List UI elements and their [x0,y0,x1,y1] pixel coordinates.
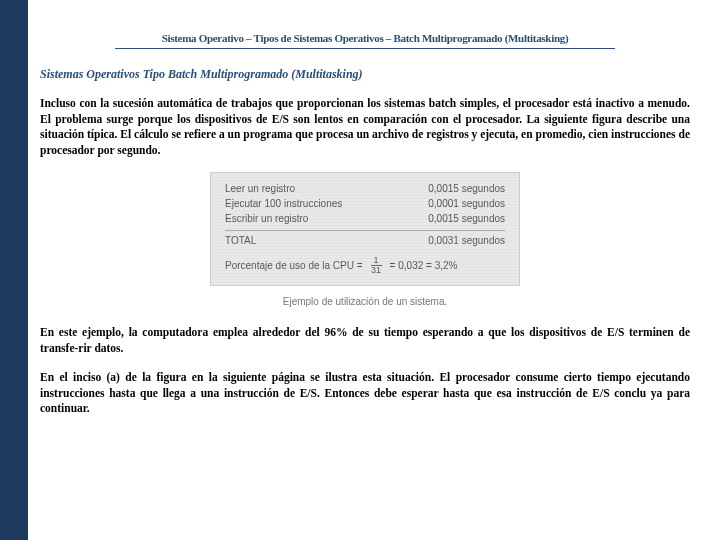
figure-fraction: 1 31 [371,256,382,275]
figure-percentage-row: Porcentaje de uso de la CPU = 1 31 = 0,0… [225,256,505,275]
figure-row: Ejecutar 100 instrucciones 0,0001 segund… [225,198,505,209]
paragraph-followup: En el inciso (a) de la figura en la sigu… [40,370,690,417]
figure-pct-result: = 0,032 = 3,2% [390,260,458,271]
figure-row-value: 0,0015 segundos [428,213,505,224]
fraction-denominator: 31 [371,266,381,275]
figure-pct-label: Porcentaje de uso de la CPU = [225,260,363,271]
paragraph-example: En este ejemplo, la computadora emplea a… [40,325,690,356]
side-accent-bar [0,0,28,540]
paragraph-intro: Incluso con la sucesión automática de tr… [40,96,690,158]
breadcrumb-underline [115,48,615,49]
figure-row-label: Ejecutar 100 instrucciones [225,198,342,209]
cpu-usage-figure: Leer un registro 0,0015 segundos Ejecuta… [210,172,520,286]
page-content: Sistema Operativo – Tipos de Sistemas Op… [40,32,690,431]
figure-row: Escribir un registro 0,0015 segundos [225,213,505,224]
figure-container: Leer un registro 0,0015 segundos Ejecuta… [40,172,690,307]
figure-row-value: 0,0015 segundos [428,183,505,194]
figure-row: Leer un registro 0,0015 segundos [225,183,505,194]
section-subtitle: Sistemas Operativos Tipo Batch Multiprog… [40,67,690,82]
figure-row-label: Leer un registro [225,183,295,194]
figure-row-label: Escribir un registro [225,213,308,224]
figure-total-label: TOTAL [225,235,256,246]
figure-total-row: TOTAL 0,0031 segundos [225,230,505,246]
breadcrumb: Sistema Operativo – Tipos de Sistemas Op… [40,32,690,44]
figure-caption: Ejemplo de utilización de un sistema. [40,296,690,307]
figure-total-value: 0,0031 segundos [428,235,505,246]
figure-row-value: 0,0001 segundos [428,198,505,209]
